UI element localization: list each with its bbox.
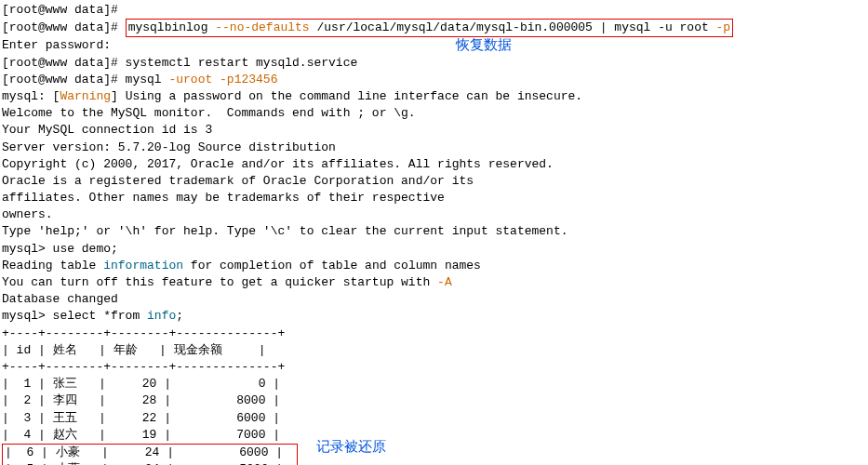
annotation-restore-data: 恢复数据 (456, 35, 512, 55)
prompt: [root@www data]# mysql (2, 73, 168, 86)
line-copyright: Copyright (c) 2000, 2017, Oracle and/or … (2, 156, 866, 173)
line-version: Server version: 5.7.20-log Source distri… (2, 140, 866, 156)
line-help: Type 'help;' or '\h' for help. Type '\c'… (2, 223, 866, 240)
warn-prefix: mysql: [ (2, 89, 60, 103)
terminal-output: [root@www data]# [root@www data]# mysqlb… (2, 2, 866, 465)
line-welcome: Welcome to the MySQL monitor. Commands e… (2, 105, 866, 122)
txt: ; (176, 309, 183, 323)
line-trademark3: owners. (2, 206, 866, 223)
flag-nodefaults: --no-defaults (215, 20, 309, 34)
warning-label: Warning (60, 89, 111, 103)
line-password: Enter password: (2, 37, 866, 54)
cmd-path: /usr/local/mysql/data/mysql-bin.000005 |… (310, 20, 716, 34)
line-connid: Your MySQL connection id is 3 (2, 122, 866, 139)
flag-uroot: -uroot -p123456 (168, 73, 277, 86)
table-row: | 3 | 王五 | 22 | 6000 | (2, 410, 866, 427)
table-name: info (147, 309, 176, 323)
table-row: | 1 | 张三 | 20 | 0 | (2, 376, 866, 392)
line-restart: [root@www data]# systemctl restart mysql… (2, 55, 866, 72)
line-prev: [root@www data]# (2, 2, 866, 19)
txt: You can turn off this feature to get a q… (2, 275, 437, 289)
flag-p: -p (716, 20, 731, 34)
line-select: mysql> select *from info; (2, 308, 866, 325)
line-trademark2: affiliates. Other names may be trademark… (2, 190, 866, 206)
line-reading: Reading table information for completion… (2, 258, 866, 274)
line-usedemo: mysql> use demo; (2, 241, 866, 258)
txt: for completion of table and column names (183, 259, 481, 272)
warn-msg: ] Using a password on the command line i… (111, 89, 582, 103)
line-turnoff: You can turn off this feature to get a q… (2, 274, 866, 291)
cmd-binlog: mysqlbinlog (128, 20, 216, 34)
table-row: | 4 | 赵六 | 19 | 7000 | (2, 427, 866, 444)
table-row: | 2 | 李四 | 28 | 8000 | (2, 392, 866, 409)
txt: mysql> select *from (2, 309, 147, 323)
prompt: [root@www data]# (2, 20, 126, 34)
line-trademark1: Oracle is a registered trademark of Orac… (2, 173, 866, 190)
table-row: | 5 | 小曹 | 24 | 5000 | (5, 461, 295, 465)
annotation-records-restored: 记录被还原 (316, 437, 386, 457)
table-sep: +----+--------+--------+--------------+ (2, 326, 866, 342)
keyword-information: information (103, 259, 183, 272)
line-mysql-login: [root@www data]# mysql -uroot -p123456 (2, 72, 866, 88)
table-row: | 6 | 小豪 | 24 | 6000 | (5, 445, 295, 461)
table-header: | id | 姓名 | 年龄 | 现金余额 | (2, 342, 866, 359)
line-warning: mysql: [Warning] Using a password on the… (2, 88, 866, 105)
txt: Reading table (2, 259, 103, 272)
line-dbchanged: Database changed (2, 291, 866, 308)
highlighted-command-box: mysqlbinlog --no-defaults /usr/local/mys… (126, 19, 734, 37)
flag-A: -A (437, 275, 452, 289)
highlighted-rows-box: | 6 | 小豪 | 24 | 6000 | | 5 | 小曹 | 24 | 5… (2, 444, 298, 465)
line-cmd1: [root@www data]# mysqlbinlog --no-defaul… (2, 19, 866, 37)
table-sep: +----+--------+--------+--------------+ (2, 359, 866, 376)
